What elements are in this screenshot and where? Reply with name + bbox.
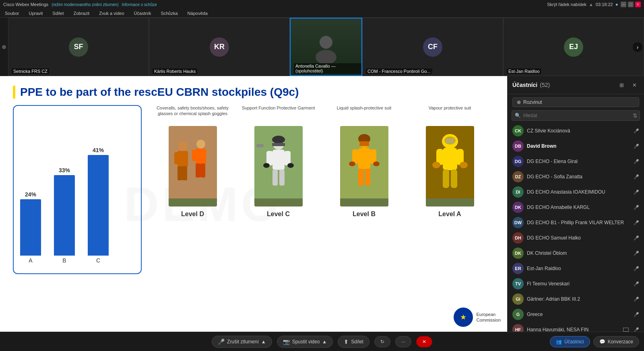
video-button[interactable]: 📷 Spustit video ▲: [277, 336, 333, 348]
menu-soubor[interactable]: Soubor: [3, 10, 21, 17]
participant-mic-icon: 🎤: [634, 159, 639, 164]
menu-napoveda[interactable]: Nápověda: [186, 10, 209, 17]
participant-name: DG ECHO Anastasia IOAKEIMIDOU: [527, 189, 630, 195]
unmute-button[interactable]: 🎤 Zrušit ztlumení ▲: [212, 336, 272, 348]
bar-c-pct: 41%: [93, 147, 104, 153]
participant-item[interactable]: DGDG ECHO - Elena Giral🎤: [508, 154, 644, 169]
expand-strip-button[interactable]: ›: [633, 42, 642, 52]
participants-count: (52): [540, 82, 550, 88]
tile-label-karlis: Kārlis Roberts Hauks: [153, 68, 197, 74]
minimize-button[interactable]: ─: [621, 2, 626, 7]
svg-rect-32: [359, 141, 369, 146]
svg-point-25: [287, 163, 294, 168]
participant-item[interactable]: HFHanna Havumäki, NESA FIN🎤: [508, 322, 644, 332]
svg-rect-7: [178, 166, 182, 180]
ppe-d-image: [169, 126, 217, 206]
panel-header: Účastníci (52) ⊞ ✕: [508, 76, 644, 94]
menu-zobrazit[interactable]: Zobrazit: [72, 10, 91, 17]
more-options-button[interactable]: ···: [395, 336, 411, 347]
ppe-c-level-label: Level C: [267, 211, 290, 218]
participant-avatar: G: [512, 309, 524, 320]
eu-flag-icon: ★: [454, 308, 473, 327]
close-button[interactable]: ✕: [635, 2, 641, 7]
participant-avatar: CK: [512, 125, 524, 136]
menu-upravit[interactable]: Upravit: [27, 10, 44, 17]
video-tile-karlis[interactable]: KR Kārlis Roberts Hauks: [149, 18, 290, 76]
ppe-panel: Coveralls, safety boots/shoes, safety gl…: [148, 105, 494, 274]
sort-icon[interactable]: ⇅: [633, 112, 638, 119]
rozvinut-button[interactable]: ⊕ Rozvinut: [512, 97, 639, 107]
participant-mic-icon: 🎤: [634, 235, 639, 241]
participant-mic-icon: 🎤: [634, 190, 639, 195]
end-call-button[interactable]: ✕: [416, 336, 432, 347]
video-strip: SF Setnicka FRS CZ KR Kārlis Roberts Hau…: [0, 18, 644, 76]
participant-avatar: TV: [512, 278, 524, 289]
menu-zvuk[interactable]: Zvuk a video: [97, 10, 126, 17]
participant-mic-icon: 🎤: [634, 281, 639, 287]
menu-sdilet[interactable]: Sdílet: [51, 10, 65, 17]
window-controls: ─ □ ✕: [621, 2, 641, 7]
hide-strip-btn[interactable]: Skrýt řádek nabídek: [547, 2, 586, 7]
participant-item[interactable]: DZDG ECHO - Sofia Zanatta🎤: [508, 169, 644, 184]
ppe-level-c: Support Function Protective Garment: [237, 105, 320, 218]
search-input[interactable]: [512, 110, 640, 121]
participant-item[interactable]: EREst-Jan Raidloo🎤: [508, 261, 644, 276]
panel-close-icon[interactable]: ✕: [630, 80, 639, 90]
participant-item[interactable]: DHDG ECHO Samuel Halko🎤: [508, 230, 644, 246]
bar-group-c: 41% C: [88, 147, 109, 264]
tile-label-main: Antonella Cavallo — (spoluhostitel): [294, 63, 361, 74]
participants-tab-button[interactable]: 👥 Účastnici: [550, 336, 590, 347]
panel-title: Účastníci (52): [512, 82, 550, 88]
participant-avatar: GI: [512, 293, 524, 305]
menu-bar: Soubor Upravit Sdílet Zobrazit Zvuk a vi…: [0, 9, 644, 18]
app-title: Cisco Webex Meetings: [3, 2, 48, 7]
participant-item[interactable]: DKDK Christel Öblom🎤: [508, 246, 644, 261]
video-tile-main[interactable]: Antonella Cavallo — (spoluhostitel) Zobr…: [290, 18, 362, 76]
participant-mic-icon: 🎤: [634, 327, 639, 332]
video-tile-est[interactable]: EJ Est-Jan Raidloo: [503, 18, 644, 76]
participant-avatar: ER: [512, 263, 524, 274]
participant-mic-icon: 🎤: [634, 251, 639, 256]
video-label: Spustit video: [292, 339, 320, 345]
video-tile-com[interactable]: CF COM - Francesco Pontiroli Go...: [362, 18, 503, 76]
tile-label-com: COM - Francesco Pontiroli Go...: [366, 68, 432, 74]
menu-schuzka[interactable]: Schůzka: [159, 10, 179, 17]
participant-mic-icon: 🎤: [634, 312, 639, 317]
svg-point-38: [349, 161, 355, 166]
svg-rect-45: [443, 148, 457, 170]
bar-b: [54, 175, 75, 256]
svg-rect-11: [192, 150, 197, 161]
menu-ucastnik[interactable]: Účastník: [132, 10, 153, 17]
ppe-a-title: Vapour protective suit: [429, 105, 471, 124]
svg-rect-22: [272, 169, 278, 186]
panel-expand-icon[interactable]: ⊞: [617, 80, 626, 90]
participant-item[interactable]: GIGärtner: Adrian BBK III.2🎤: [508, 291, 644, 307]
share-button[interactable]: ⬆ Sdílet: [338, 336, 369, 348]
participant-item[interactable]: GGreece🎤: [508, 307, 644, 322]
participants-tab-label: Účastnici: [564, 339, 584, 345]
svg-rect-44: [445, 138, 455, 144]
info-link[interactable]: Informace o schůze: [122, 2, 157, 7]
chat-tab-button[interactable]: 💬 Konverzace: [593, 336, 639, 347]
svg-rect-48: [443, 169, 449, 188]
refresh-button[interactable]: ↻: [374, 336, 390, 347]
participant-avatar: DK: [512, 248, 524, 259]
svg-rect-52: [426, 198, 474, 206]
svg-point-0: [320, 36, 332, 49]
svg-point-9: [196, 140, 205, 149]
svg-rect-40: [340, 198, 388, 206]
video-tile-setnicka[interactable]: SF Setnicka FRS CZ: [8, 18, 149, 76]
participant-item[interactable]: DIDG ECHO Anastasia IOAKEIMIDOU🎤: [508, 184, 644, 200]
participant-item[interactable]: DKDG ECHO Annabelle KARGL🎤: [508, 200, 644, 215]
participant-item[interactable]: TVFI Teemu Veneskari🎤: [508, 276, 644, 291]
clock: 03:18:22: [596, 2, 613, 7]
maximize-button[interactable]: □: [628, 2, 634, 7]
participant-name: DG ECHO Annabelle KARGL: [527, 204, 630, 210]
participant-avatar: DK: [512, 202, 524, 213]
participant-avatar: HF: [512, 324, 524, 332]
participant-item[interactable]: DWDG ECHO B1 - Phillip Frank VILAR WELTE…: [508, 215, 644, 230]
participant-item[interactable]: CKCZ Silvie Kociánová🎤: [508, 123, 644, 138]
participant-name: Est-Jan Raidloo: [527, 266, 630, 271]
participant-mic-icon: 🎤: [634, 297, 639, 302]
participant-item[interactable]: DBDavid Brown🎤: [508, 138, 644, 154]
